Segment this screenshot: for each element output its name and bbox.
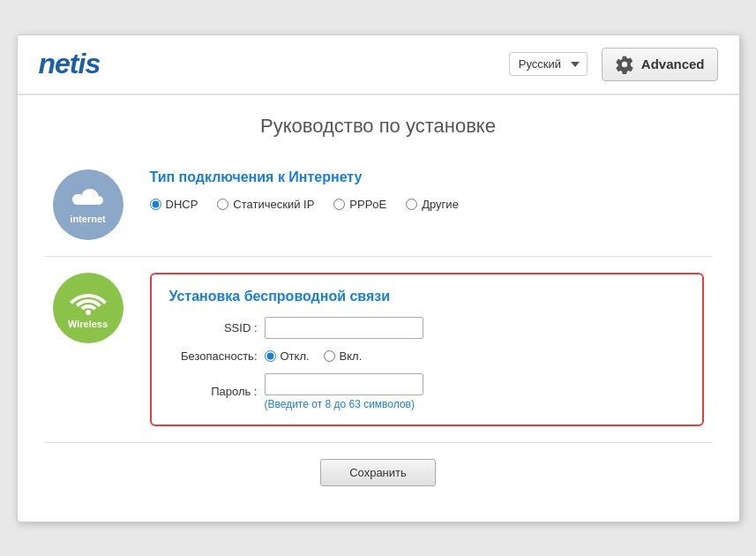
radio-other-label: Другие <box>422 198 459 211</box>
header-right: Русский English 中文 Advanced <box>509 48 718 81</box>
password-input[interactable] <box>265 373 423 395</box>
wireless-label: Wireless <box>68 319 108 329</box>
wireless-section-title: Установка беспроводной связи <box>169 289 685 304</box>
radio-dhcp-input[interactable] <box>150 199 161 210</box>
internet-label: internet <box>70 214 105 224</box>
security-off-input[interactable] <box>265 350 276 362</box>
content: internet Тип подключения к Интернету DHC… <box>18 154 739 522</box>
radio-other[interactable]: Другие <box>406 198 459 211</box>
gear-icon <box>615 55 634 74</box>
password-col: (Введите от 8 до 63 символов) <box>265 373 423 410</box>
password-label: Пароль : <box>169 385 258 398</box>
radio-dhcp-label: DHCP <box>166 198 198 211</box>
wireless-section: Wireless Установка беспроводной связи SS… <box>44 257 713 443</box>
internet-section: internet Тип подключения к Интернету DHC… <box>44 154 713 257</box>
wifi-svg <box>69 287 108 315</box>
radio-pppoe[interactable]: PPPoE <box>333 198 386 211</box>
security-on-input[interactable] <box>324 350 335 362</box>
ssid-label: SSID : <box>169 321 258 334</box>
cloud-svg <box>71 185 106 210</box>
save-button[interactable]: Сохранить <box>320 459 436 486</box>
ssid-input[interactable] <box>265 317 423 339</box>
header: netis Русский English 中文 Advanced <box>18 35 739 95</box>
internet-section-title: Тип подключения к Интернету <box>150 169 704 185</box>
password-row: Пароль : (Введите от 8 до 63 символов) <box>169 373 685 410</box>
advanced-button[interactable]: Advanced <box>602 48 718 81</box>
internet-icon: internet <box>53 169 124 240</box>
radio-static-ip[interactable]: Статический IP <box>217 198 314 211</box>
radio-pppoe-input[interactable] <box>333 199 345 210</box>
internet-section-content: Тип подключения к Интернету DHCP Статиче… <box>150 169 704 211</box>
password-hint: (Введите от 8 до 63 символов) <box>265 398 423 410</box>
wireless-icon: Wireless <box>53 273 124 343</box>
language-select[interactable]: Русский English 中文 <box>509 52 588 76</box>
security-label: Безопасность: <box>169 349 258 363</box>
ssid-row: SSID : <box>169 317 685 339</box>
security-row: Безопасность: Откл. Вкл. <box>169 349 685 363</box>
security-on-text: Вкл. <box>340 349 363 363</box>
radio-dhcp[interactable]: DHCP <box>150 198 198 211</box>
radio-static-ip-input[interactable] <box>217 199 228 210</box>
save-row: Сохранить <box>44 443 713 495</box>
advanced-label: Advanced <box>641 56 705 71</box>
logo: netis <box>39 48 101 80</box>
connection-type-group: DHCP Статический IP PPPoE Другие <box>150 198 704 211</box>
wireless-section-content: Установка беспроводной связи SSID : Безо… <box>150 273 704 426</box>
radio-pppoe-label: PPPoE <box>349 198 386 211</box>
radio-other-input[interactable] <box>406 199 417 210</box>
security-off-label[interactable]: Откл. <box>265 349 310 363</box>
radio-static-ip-label: Статический IP <box>233 198 314 211</box>
wireless-box: Установка беспроводной связи SSID : Безо… <box>150 273 704 426</box>
security-off-text: Откл. <box>281 349 310 363</box>
security-radio-group: Откл. Вкл. <box>265 349 363 363</box>
security-on-label[interactable]: Вкл. <box>324 349 363 363</box>
page-title: Руководство по установке <box>18 95 739 154</box>
main-window: netis Русский English 中文 Advanced Руково… <box>17 34 740 522</box>
